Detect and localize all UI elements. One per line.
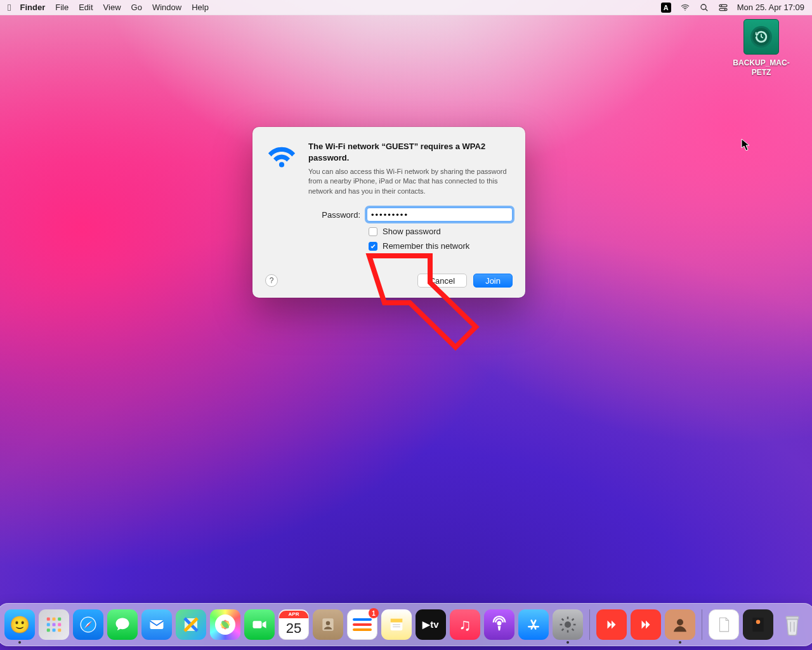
desktop:  Finder File Edit View Go Window Help A… — [0, 0, 812, 650]
dock: 🙂 APR 25 — [0, 603, 812, 646]
svg-point-41 — [677, 619, 683, 625]
svg-rect-19 — [150, 620, 164, 629]
wifi-icon — [265, 141, 298, 174]
svg-rect-8 — [47, 618, 50, 621]
desktop-drive-label: BACKUP_MAC-PETZ — [731, 58, 792, 77]
dock-calendar[interactable]: APR 25 — [278, 609, 309, 640]
svg-point-0 — [684, 10, 686, 11]
svg-rect-13 — [58, 623, 61, 627]
dock-maps[interactable] — [176, 609, 206, 640]
svg-point-31 — [498, 621, 501, 625]
dock-safari[interactable] — [73, 609, 103, 640]
desktop-drive-backup[interactable]: BACKUP_MAC-PETZ — [731, 19, 792, 77]
dock-trash[interactable] — [777, 609, 808, 640]
dock-mail[interactable] — [141, 609, 172, 640]
svg-rect-10 — [58, 618, 61, 621]
dock-appstore[interactable] — [518, 609, 549, 640]
svg-rect-14 — [47, 628, 50, 632]
cancel-button[interactable]: Cancel — [417, 274, 467, 288]
svg-point-4 — [721, 4, 722, 6]
dock-reminders[interactable]: 1 — [347, 609, 377, 640]
dock-file-document[interactable] — [709, 609, 739, 640]
svg-rect-9 — [53, 618, 56, 621]
svg-point-5 — [724, 8, 725, 10]
svg-rect-3 — [719, 8, 727, 10]
join-button[interactable]: Join — [473, 274, 513, 288]
svg-rect-2 — [719, 4, 727, 6]
show-password-label: Show password — [383, 227, 441, 236]
dock-finder[interactable]: 🙂 — [4, 609, 35, 640]
dock-separator — [589, 609, 590, 640]
svg-point-43 — [756, 620, 761, 624]
menu-edit[interactable]: Edit — [79, 3, 93, 12]
svg-line-39 — [562, 629, 564, 631]
input-source-icon[interactable]: A — [661, 3, 671, 13]
dock-notes[interactable] — [381, 609, 412, 640]
dock-extra-photo-booth[interactable] — [665, 609, 695, 640]
menu-window[interactable]: Window — [152, 3, 181, 12]
svg-rect-12 — [53, 623, 56, 627]
apple-menu-icon[interactable]:  — [8, 2, 11, 13]
svg-point-32 — [565, 621, 571, 628]
menubar:  Finder File Edit View Go Window Help A… — [0, 0, 812, 15]
svg-line-38 — [572, 629, 574, 631]
dock-separator-2 — [702, 609, 702, 640]
svg-rect-11 — [47, 623, 50, 627]
svg-rect-15 — [53, 628, 56, 632]
menu-go[interactable]: Go — [131, 3, 142, 12]
svg-line-37 — [562, 619, 564, 621]
show-password-row[interactable]: Show password — [369, 227, 513, 236]
dock-contacts[interactable] — [313, 609, 343, 640]
remember-network-row[interactable]: Remember this network — [369, 241, 513, 251]
svg-point-7 — [279, 162, 284, 167]
wifi-status-icon[interactable] — [680, 3, 690, 13]
wifi-password-dialog: The Wi-Fi network “GUEST” requires a WPA… — [252, 127, 525, 298]
show-password-checkbox[interactable] — [369, 227, 377, 236]
svg-rect-44 — [786, 616, 799, 619]
control-center-icon[interactable] — [718, 3, 728, 13]
menu-help[interactable]: Help — [192, 3, 209, 12]
dock-messages[interactable] — [107, 609, 138, 640]
menubar-clock[interactable]: Mon 25. Apr 17:09 — [737, 3, 804, 12]
password-label: Password: — [265, 210, 360, 220]
dock-photos[interactable] — [210, 609, 240, 640]
dock-music[interactable]: ♫ — [450, 609, 480, 640]
menu-view[interactable]: View — [103, 3, 121, 12]
remember-network-checkbox[interactable] — [369, 242, 377, 251]
dock-facetime[interactable] — [244, 609, 275, 640]
dock-system-preferences[interactable] — [553, 609, 583, 640]
mouse-cursor-icon — [741, 138, 751, 151]
calendar-day: 25 — [286, 618, 301, 639]
reminders-badge: 1 — [369, 608, 379, 618]
dock-extra-anydesk-2[interactable] — [631, 609, 661, 640]
menu-file[interactable]: File — [55, 3, 69, 12]
dock-launchpad[interactable] — [39, 609, 69, 640]
svg-rect-28 — [391, 619, 403, 623]
dock-tv[interactable]: ▶tv — [416, 609, 446, 640]
svg-point-26 — [326, 621, 331, 626]
dock-file-dark[interactable] — [743, 609, 773, 640]
dock-extra-anydesk-1[interactable] — [596, 609, 627, 640]
help-button[interactable]: ? — [265, 274, 278, 287]
svg-rect-16 — [58, 628, 61, 632]
svg-point-1 — [701, 4, 706, 10]
dialog-description: You can also access this Wi-Fi network b… — [308, 167, 513, 196]
app-menu[interactable]: Finder — [20, 3, 45, 12]
spotlight-icon[interactable] — [699, 3, 709, 13]
svg-line-40 — [572, 619, 574, 621]
time-machine-drive-icon — [743, 19, 779, 55]
dock-podcasts[interactable] — [484, 609, 514, 640]
calendar-month: APR — [279, 611, 308, 618]
password-input[interactable] — [367, 208, 513, 222]
dialog-title: The Wi-Fi network “GUEST” requires a WPA… — [308, 141, 513, 163]
svg-rect-24 — [253, 621, 262, 628]
remember-network-label: Remember this network — [383, 241, 469, 251]
